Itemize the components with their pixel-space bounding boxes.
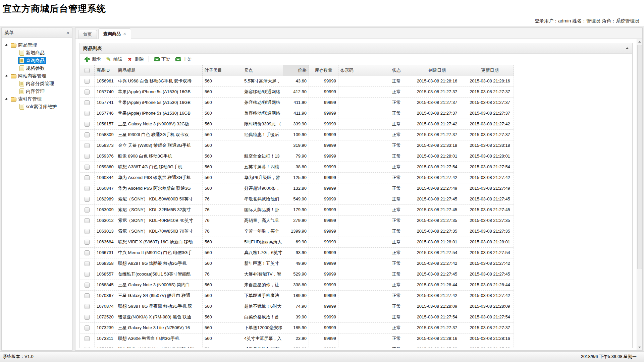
column-header-sell-point[interactable]: 卖点 [242,65,283,76]
tree-node[interactable]: 商品管理 [4,41,71,49]
offline-button[interactable]: 下架 [151,55,173,63]
cell-barcode [338,323,385,333]
row-checkbox[interactable] [85,197,90,202]
row-checkbox[interactable] [85,111,90,116]
cell-updated: 2015-03-08 21:27:49 [466,183,514,194]
row-checkbox[interactable] [85,132,90,137]
column-header-title[interactable]: 商品标题 [116,65,203,76]
table-row[interactable]: 1063012索尼（SONY） KDL-40RM10B 40英寸76高销量、高人… [80,216,514,226]
delete-button[interactable]: 删除 [125,55,146,63]
table-row[interactable]: 1063013索尼（SONY） KDL-70W850B 70英寸76辛苦一年啦，… [80,226,514,237]
table-row[interactable]: 1057740苹果(Apple) iPhone 5s (A1530) 16GB5… [80,87,514,98]
cell-price: 39.90 [283,312,309,322]
scroll-up-button[interactable] [637,39,642,45]
tree-expand-icon[interactable] [5,98,8,101]
row-checkbox[interactable] [85,229,90,234]
row-checkbox[interactable] [85,100,90,105]
close-icon[interactable]: ✕ [123,32,126,36]
select-all-checkbox[interactable] [85,68,90,73]
cell-price: 69.90 [283,237,309,247]
cell-title: 苹果(Apple) iPhone 5s (A1530) 16GB [116,98,203,108]
row-checkbox[interactable] [85,122,90,127]
row-checkbox[interactable] [85,240,90,245]
row-checkbox[interactable] [85,293,90,298]
row-checkbox[interactable] [85,186,90,191]
tree-node[interactable]: 规格参数 [18,64,71,72]
table-row[interactable]: 1060847华为 Ascend P6S 阿尔卑斯白 联通3G560好评超过90… [80,183,514,194]
table-row[interactable]: 1062989索尼（SONY） KDL-50W800B 50英寸76孝敬爸妈就给… [80,194,514,205]
cell-price: 1399.90 [283,226,309,237]
cell-stock: 99999 [309,130,338,140]
row-checkbox[interactable] [85,89,90,95]
column-header-category[interactable]: 叶子类目 [203,65,242,76]
tree-expand-icon[interactable] [5,44,8,47]
table-row[interactable]: 1072520诺基亚(NOKIA) X (RM-980) 黑色 联通560白菜价… [80,312,514,323]
table-row[interactable]: 1073239三星 Galaxy Note 3 Lite (N7506V) 16… [80,323,514,334]
table-row[interactable]: 1057741苹果(Apple) iPhone 5s (A1530) 16GB5… [80,98,514,108]
tree-node[interactable]: 查询商品 [18,57,71,64]
tree-node[interactable]: 新增商品 [18,49,71,57]
column-header-id[interactable]: 商品ID [95,65,116,76]
table-row[interactable]: 1058157三星 Galaxy Note 3 (N9008V) 32G版560… [80,119,514,130]
cell-barcode [338,258,385,269]
tree-node[interactable]: 网站内容管理 [4,72,71,80]
table-row[interactable]: 1070874联想 S938T 8G 星夜黑 移动3G手机 双560超值不犹豫！… [80,301,514,312]
tree-node[interactable]: 内容分类管理 [18,80,71,87]
row-checkbox[interactable] [85,175,90,180]
row-checkbox[interactable] [85,347,90,348]
row-checkbox[interactable] [85,315,90,320]
row-checkbox[interactable] [85,143,90,148]
table-row[interactable]: 1074153海尔模卡（MOOKA） U50H7 50英寸智76【爆品抢购】50… [80,344,514,348]
tree-node[interactable]: 内容管理 [18,87,71,95]
column-header-stock[interactable]: 库存数量 [309,65,338,76]
column-header-created[interactable]: 创建日期 [408,65,466,76]
scroll-down-button[interactable] [637,345,642,350]
row-checkbox[interactable] [85,325,90,330]
table-row[interactable]: 1066731中兴 Memo II (M901C) 白色 电信3G手560真八核… [80,248,514,258]
table-row[interactable]: 1063684联想 VIBE X (S968T) 16G 清新白 移动5605吋… [80,237,514,248]
row-checkbox[interactable] [85,154,90,159]
column-header-select[interactable] [80,65,95,76]
table-row[interactable]: 1068557创维酷开(coocaa)58U1 58英寸智能酷76大屏4K智能T… [80,269,514,280]
table-row[interactable]: 1059373金立 天鉴 (W808) 荣耀金 联通3G手机560319.909… [80,140,514,151]
column-header-barcode[interactable]: 条形码 [338,65,385,76]
table-row[interactable]: 1060844华为 Ascend P6S 碳素黑 联通3G手机560华为P6升级… [80,173,514,183]
tab-active[interactable]: 查询商品✕ [98,28,131,39]
row-checkbox[interactable] [85,165,90,170]
row-checkbox[interactable] [85,272,90,277]
tree-node[interactable]: solr索引库维护 [18,103,71,111]
table-row[interactable]: 1073311联想 A360e 融雪白 电信3G手机5604英寸主流屏幕，入23… [80,334,514,344]
table-row[interactable]: 1059860联想 A388T 4G 白色 移动3G手机560五英寸屏幕！四核3… [80,162,514,173]
column-header-price[interactable]: 价格 [283,65,309,76]
tab-home[interactable]: 首页 [78,30,97,39]
row-checkbox[interactable] [85,336,90,341]
row-checkbox[interactable] [85,304,90,309]
column-header-updated[interactable]: 更新日期 [466,65,514,76]
row-checkbox[interactable] [85,207,90,213]
table-row[interactable]: 1063009索尼（SONY） KDL-32RM5B 32英寸76国际大牌品质！… [80,205,514,216]
row-checkbox[interactable] [85,79,90,84]
table-row[interactable]: 1057746苹果(Apple) iPhone 5s (A1530) 16GB5… [80,108,514,119]
table-row[interactable]: 1068845三星 Galaxy Note 3 (N9008S) 简约白560来… [80,280,514,291]
column-header-status[interactable]: 状态 [385,65,408,76]
cell-sell-point: 高销量、高人气见 [242,216,283,226]
tree-expand-icon[interactable] [5,74,8,78]
row-checkbox[interactable] [85,250,90,255]
row-checkbox[interactable] [85,283,90,288]
collapse-panel-icon[interactable] [626,47,629,49]
add-button[interactable]: 新增 [82,55,103,63]
online-button[interactable]: 上架 [173,55,194,63]
row-checkbox[interactable] [85,218,90,223]
tree-node[interactable]: 索引库管理 [4,95,71,103]
vertical-scrollbar[interactable] [637,39,642,350]
row-checkbox[interactable] [85,261,90,266]
table-row[interactable]: 1059376酷派 8908 白色 移动3G手机560航空合金边框！1379.9… [80,151,514,162]
table-row[interactable]: 1058809三星 I9300I 白色 联通3G手机 双卡双560经典特惠！手慢… [80,130,514,140]
table-row[interactable]: 1070367三星 Galaxy S4 (I9507V) 皓月白 联通560下单… [80,291,514,301]
edit-button[interactable]: 编辑 [103,55,125,63]
table-row[interactable]: 1056961中兴 U968 白色 移动3G手机 双卡双待5605.5英寸高清大… [80,76,514,87]
scrollbar-thumb[interactable] [637,45,642,269]
cell-updated: 2015-03-08 21:27:45 [466,269,514,280]
collapse-sidebar-icon[interactable]: « [66,28,69,38]
table-row[interactable]: 1068358联想 A828T 8G 炫酷银 移动3G手机560新年巨惠！五英寸… [80,258,514,269]
